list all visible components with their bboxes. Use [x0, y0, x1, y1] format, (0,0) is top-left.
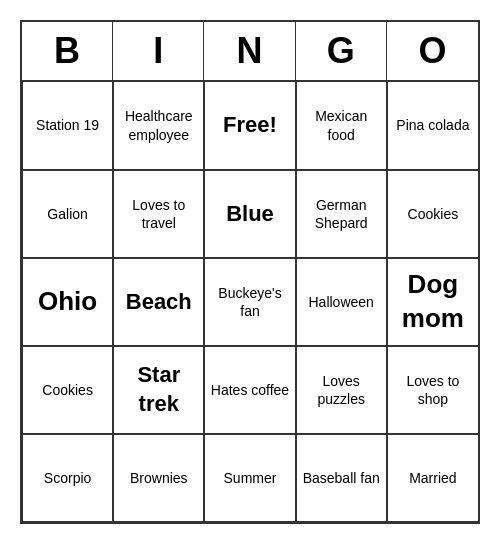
bingo-cell: Dog mom	[387, 258, 478, 346]
bingo-cell: Healthcare employee	[113, 82, 204, 170]
bingo-cell: Station 19	[22, 82, 113, 170]
bingo-cell: German Shepard	[296, 170, 387, 258]
bingo-cell: Galion	[22, 170, 113, 258]
bingo-header: BINGO	[22, 22, 478, 82]
bingo-cell: Mexican food	[296, 82, 387, 170]
header-letter: B	[22, 22, 113, 80]
bingo-cell: Scorpio	[22, 434, 113, 522]
bingo-cell: Star trek	[113, 346, 204, 434]
bingo-cell: Blue	[204, 170, 295, 258]
bingo-cell: Cookies	[387, 170, 478, 258]
bingo-cell: Hates coffee	[204, 346, 295, 434]
bingo-cell: Summer	[204, 434, 295, 522]
bingo-cell: Loves puzzles	[296, 346, 387, 434]
bingo-cell: Free!	[204, 82, 295, 170]
header-letter: I	[113, 22, 204, 80]
bingo-cell: Brownies	[113, 434, 204, 522]
bingo-card: BINGO Station 19Healthcare employeeFree!…	[20, 20, 480, 524]
header-letter: N	[204, 22, 295, 80]
header-letter: G	[296, 22, 387, 80]
bingo-cell: Cookies	[22, 346, 113, 434]
bingo-cell: Baseball fan	[296, 434, 387, 522]
bingo-cell: Loves to shop	[387, 346, 478, 434]
bingo-cell: Beach	[113, 258, 204, 346]
bingo-grid: Station 19Healthcare employeeFree!Mexica…	[22, 82, 478, 522]
bingo-cell: Halloween	[296, 258, 387, 346]
bingo-cell: Pina colada	[387, 82, 478, 170]
bingo-cell: Buckeye's fan	[204, 258, 295, 346]
bingo-cell: Married	[387, 434, 478, 522]
bingo-cell: Ohio	[22, 258, 113, 346]
bingo-cell: Loves to travel	[113, 170, 204, 258]
header-letter: O	[387, 22, 478, 80]
